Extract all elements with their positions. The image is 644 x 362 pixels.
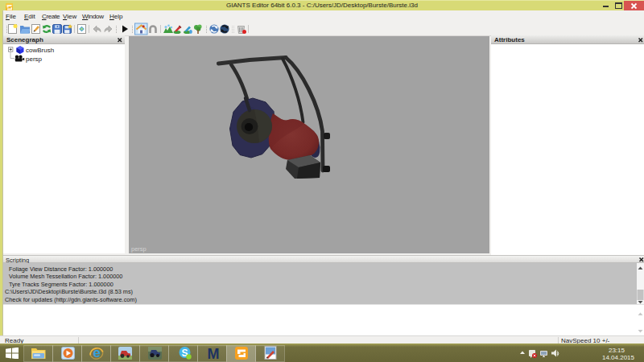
svg-text:M: M: [208, 347, 220, 360]
